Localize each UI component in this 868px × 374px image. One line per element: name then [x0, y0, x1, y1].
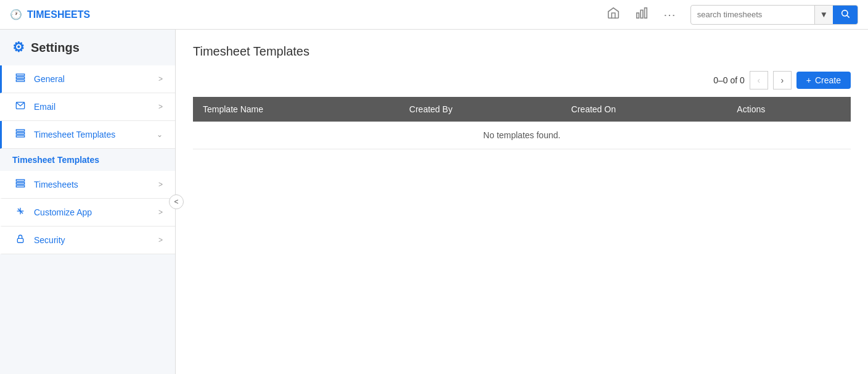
top-navigation: 🕐 TIMESHEETS ⋯ ▼	[0, 0, 868, 30]
content-area: Timesheet Templates 0–0 of 0 ‹ › + Creat…	[176, 30, 868, 374]
page-title: Timesheet Templates	[193, 44, 851, 59]
main-layout: ⚙ Settings General > Email > Timesheet T…	[0, 30, 868, 374]
chevron-right-icon-ca: >	[158, 208, 163, 217]
col-created-on: Created On	[562, 97, 727, 122]
svg-rect-18	[17, 238, 23, 243]
sidebar-sub-label: Timesheet Templates	[0, 149, 175, 171]
svg-rect-10	[16, 133, 24, 135]
sidebar-item-timesheets[interactable]: Timesheets >	[0, 171, 175, 199]
pagination-prev-button[interactable]: ‹	[750, 71, 768, 89]
col-template-name: Template Name	[193, 97, 399, 122]
svg-rect-6	[16, 77, 24, 79]
toolbar-row: 0–0 of 0 ‹ › + Create	[193, 71, 851, 89]
more-button[interactable]: ⋯	[657, 4, 683, 26]
create-button[interactable]: + Create	[796, 72, 851, 89]
svg-point-3	[842, 10, 848, 15]
chart-button[interactable]	[629, 2, 655, 27]
sidebar: ⚙ Settings General > Email > Timesheet T…	[0, 30, 176, 374]
sidebar-item-security-label: Security	[34, 235, 158, 245]
chevron-down-icon: ⌄	[157, 130, 163, 139]
pagination-info: 0–0 of 0	[713, 75, 745, 85]
svg-rect-1	[641, 10, 643, 18]
chevron-right-icon-email: >	[158, 102, 163, 111]
settings-label: Settings	[31, 41, 80, 55]
sidebar-item-email[interactable]: Email >	[0, 93, 175, 121]
email-icon	[14, 101, 27, 113]
svg-line-4	[847, 15, 850, 18]
empty-message: No templates found.	[193, 122, 851, 149]
sidebar-item-timesheet-templates[interactable]: Timesheet Templates ⌄	[0, 121, 175, 149]
svg-rect-9	[16, 130, 24, 131]
sidebar-item-timesheet-templates-label: Timesheet Templates	[34, 130, 157, 139]
svg-rect-14	[16, 185, 24, 187]
sidebar-item-timesheets-label: Timesheets	[34, 180, 158, 189]
svg-rect-0	[637, 13, 639, 18]
col-created-by: Created By	[399, 97, 562, 122]
sidebar-item-email-label: Email	[34, 102, 158, 112]
col-actions: Actions	[727, 97, 851, 122]
svg-rect-7	[16, 80, 24, 81]
chevron-right-icon-ts: >	[158, 180, 163, 189]
svg-rect-13	[16, 183, 24, 185]
timesheets-icon	[14, 178, 27, 191]
search-input[interactable]	[691, 10, 814, 19]
gear-icon: ⚙	[12, 39, 25, 56]
svg-rect-5	[16, 74, 24, 76]
general-icon	[14, 73, 27, 85]
timesheet-templates-icon	[14, 128, 27, 141]
collapse-sidebar-button[interactable]: <	[169, 194, 184, 209]
table-header: Template Name Created By Created On Acti…	[193, 97, 851, 122]
search-dropdown-button[interactable]: ▼	[814, 6, 833, 24]
svg-rect-2	[644, 8, 647, 19]
sidebar-item-customize-label: Customize App	[34, 207, 158, 217]
app-title-label: TIMESHEETS	[27, 9, 90, 20]
home-button[interactable]	[600, 2, 626, 27]
nav-icons: ⋯	[600, 2, 683, 27]
templates-table: Template Name Created By Created On Acti…	[193, 97, 851, 149]
search-bar: ▼	[690, 5, 858, 25]
create-button-label: Create	[815, 75, 841, 85]
clock-icon: 🕐	[10, 9, 22, 20]
chevron-right-icon-sec: >	[158, 236, 163, 244]
chevron-right-icon: >	[158, 75, 163, 83]
security-icon	[14, 234, 27, 246]
customize-app-icon	[14, 206, 27, 218]
sidebar-item-general-label: General	[34, 74, 158, 84]
table-empty-row: No templates found.	[193, 122, 851, 149]
app-title: 🕐 TIMESHEETS	[10, 9, 90, 20]
pagination-next-button[interactable]: ›	[773, 71, 792, 89]
create-plus-icon: +	[806, 75, 811, 85]
svg-rect-11	[16, 135, 24, 137]
sidebar-item-general[interactable]: General >	[0, 65, 175, 93]
sidebar-item-customize-app[interactable]: Customize App >	[0, 199, 175, 226]
search-go-button[interactable]	[833, 6, 858, 24]
sidebar-item-security[interactable]: Security >	[0, 226, 175, 254]
settings-header: ⚙ Settings	[0, 30, 175, 65]
svg-rect-12	[16, 180, 24, 181]
table-body: No templates found.	[193, 122, 851, 149]
